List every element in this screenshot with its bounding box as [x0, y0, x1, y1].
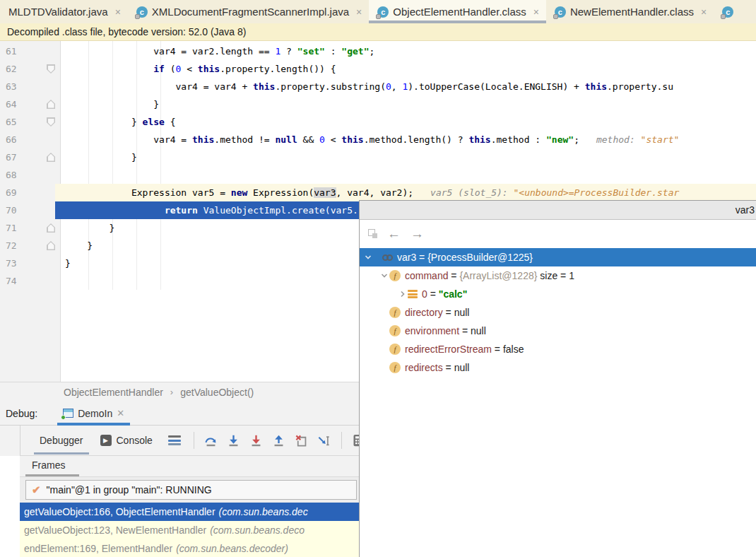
- step-over-icon[interactable]: [202, 431, 220, 450]
- fold-marker-icon[interactable]: [47, 153, 55, 162]
- tab-debugger[interactable]: Debugger: [31, 426, 92, 456]
- chevron-down-icon[interactable]: [379, 271, 389, 280]
- code-token: "set": [297, 46, 325, 57]
- stack-frame-row[interactable]: getValueObject:166, ObjectElementHandler…: [20, 503, 359, 521]
- frame-location: endElement:169, ElementHandler: [24, 543, 172, 554]
- code-token: "get": [341, 46, 369, 57]
- session-tab-demoin[interactable]: DemoIn ✕: [57, 401, 130, 426]
- variable-row[interactable]: fcommand = {ArrayList@1228} size = 1: [360, 266, 756, 285]
- code-token: .method :: [491, 134, 546, 145]
- close-icon[interactable]: ×: [356, 6, 362, 18]
- code-line: 62 if (0 < this.property.length()) {: [0, 60, 756, 78]
- variable-row[interactable]: fredirects = null: [360, 358, 756, 377]
- code-token: null: [275, 134, 297, 145]
- breadcrumb-class[interactable]: ObjectElementHandler: [64, 387, 163, 398]
- fold-marker-icon[interactable]: [47, 100, 55, 109]
- back-arrow-icon[interactable]: ←: [387, 227, 401, 240]
- field-icon: f: [389, 344, 401, 355]
- editor-tab-4[interactable]: c: [714, 0, 740, 23]
- variables-popup: var3 ← → var3 = {ProcessBuilder@1225} fc…: [359, 200, 756, 557]
- layout-settings-icon[interactable]: [168, 435, 181, 445]
- code-token: .property.substring(: [275, 81, 386, 92]
- variable-text: redirectErrorStream: [405, 344, 492, 355]
- code-line: 65 } else {: [0, 113, 756, 131]
- code-token: if: [153, 64, 165, 74]
- variable-text: size = 1: [537, 270, 574, 281]
- editor-tab-2[interactable]: cObjectElementHandler.class×: [369, 0, 546, 23]
- breadcrumb-separator-icon: ›: [170, 387, 173, 397]
- editor-tab-bar: MLDTDValidator.java×cXMLDocumentFragment…: [0, 0, 756, 23]
- tab-debugger-label: Debugger: [40, 435, 83, 446]
- variable-text: command: [405, 270, 448, 281]
- code-token: }: [65, 258, 71, 269]
- forward-arrow-icon[interactable]: →: [411, 227, 424, 240]
- popup-header: var3: [360, 201, 756, 220]
- line-number: 61: [6, 42, 34, 60]
- variable-row[interactable]: fenvironment = null: [360, 322, 756, 340]
- hint-text: var5 (slot_5):: [430, 187, 513, 198]
- code-token: else: [143, 117, 165, 127]
- lock-icon: [553, 14, 558, 19]
- code-token: ).toUpperCase(Locale.ENGLISH) +: [408, 81, 584, 92]
- line-number: 66: [6, 131, 34, 148]
- editor-tab-0[interactable]: MLDTDValidator.java×: [0, 0, 128, 23]
- stack-frame-row[interactable]: endElement:169, ElementHandler(com.sun.b…: [20, 539, 359, 557]
- code-token: this: [341, 134, 363, 145]
- editor-tab-3[interactable]: cNewElementHandler.class×: [546, 0, 714, 23]
- variable-row[interactable]: 0 = "calc": [360, 285, 756, 303]
- frames-panel: Frames ✔ "main"@1 in group "main": RUNNI…: [0, 456, 359, 557]
- close-icon[interactable]: ✕: [117, 408, 124, 418]
- variables-tree: fcommand = {ArrayList@1228} size = 10 = …: [360, 266, 756, 377]
- variable-value-icon: [382, 254, 393, 261]
- open-in-variables-icon[interactable]: [368, 229, 377, 238]
- code-text: var4 = var2.length == 1 ? "set" : "get";: [65, 42, 756, 60]
- code-token: 1: [402, 81, 408, 92]
- code-text: } else {: [65, 113, 756, 131]
- tab-console[interactable]: ▶ Console: [92, 426, 161, 456]
- frame-package: (com.sun.beans.decoder): [176, 543, 288, 554]
- code-token: [65, 205, 165, 216]
- close-icon[interactable]: ×: [115, 6, 121, 18]
- variable-text: =: [427, 288, 439, 300]
- stack-frame-row[interactable]: getValueObject:123, NewElementHandler(co…: [20, 521, 359, 539]
- code-token: <: [181, 64, 197, 74]
- close-icon[interactable]: ×: [533, 6, 539, 18]
- popup-selected-row[interactable]: var3 = {ProcessBuilder@1225}: [360, 248, 756, 266]
- ide-window: MLDTDValidator.java×cXMLDocumentFragment…: [0, 0, 756, 557]
- fold-marker-icon[interactable]: [47, 241, 55, 250]
- step-into-icon[interactable]: [225, 431, 243, 450]
- line-number: 62: [6, 60, 34, 78]
- close-icon[interactable]: ×: [701, 6, 707, 18]
- fold-marker-icon[interactable]: [47, 64, 55, 74]
- code-token: }: [65, 223, 114, 233]
- code-token: ValueObjectImpl.create(var5.: [198, 205, 358, 216]
- thread-status-check-icon: ✔: [32, 483, 41, 496]
- chevron-right-icon[interactable]: [398, 290, 408, 298]
- fold-marker-icon[interactable]: [47, 223, 55, 233]
- code-token: new: [231, 187, 247, 198]
- fold-marker-icon[interactable]: [47, 117, 55, 127]
- code-line: 68: [0, 166, 756, 184]
- code-token: ;: [574, 134, 579, 145]
- force-step-into-icon[interactable]: [247, 431, 266, 450]
- variable-row[interactable]: fredirectErrorStream = false: [360, 340, 756, 358]
- code-token: {: [165, 117, 176, 127]
- step-out-icon[interactable]: [270, 431, 288, 450]
- field-icon: f: [389, 362, 401, 373]
- code-text: }: [65, 95, 756, 113]
- thread-selector[interactable]: ✔ "main"@1 in group "main": RUNNING: [25, 480, 357, 500]
- drop-frame-icon[interactable]: [293, 431, 311, 450]
- code-token: this: [192, 134, 214, 145]
- breadcrumb-method[interactable]: getValueObject(): [180, 387, 254, 398]
- code-text: var4 = this.method != null && 0 < this.m…: [65, 131, 756, 148]
- tab-frames[interactable]: Frames: [32, 459, 65, 471]
- run-to-cursor-icon[interactable]: [315, 431, 333, 450]
- code-token: [65, 64, 153, 74]
- editor-tab-1[interactable]: cXMLDocumentFragmentScannerImpl.java×: [128, 0, 369, 23]
- code-token: , var4, var2);: [336, 187, 414, 198]
- popup-toolbar: ← →: [360, 220, 756, 247]
- code-text: if (0 < this.property.length()) {: [65, 60, 756, 78]
- debug-label: Debug:: [6, 408, 37, 419]
- code-token: (: [165, 64, 176, 74]
- variable-row[interactable]: fdirectory = null: [360, 303, 756, 322]
